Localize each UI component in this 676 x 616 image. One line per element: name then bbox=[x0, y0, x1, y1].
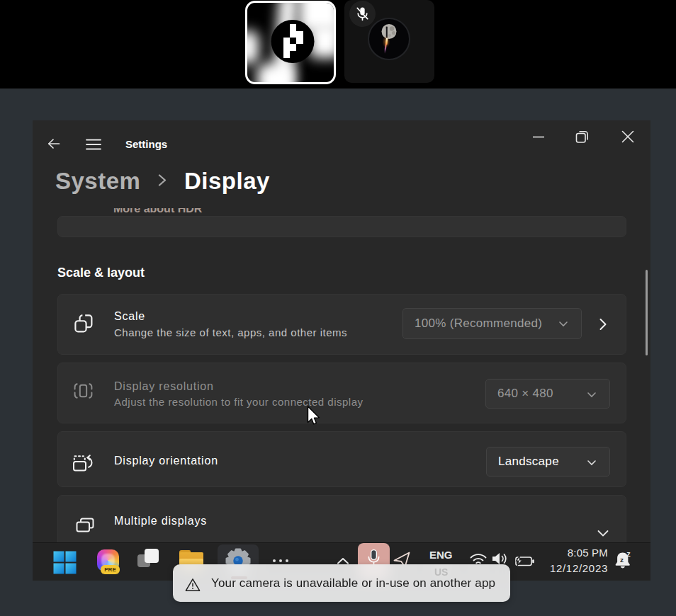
svg-text:z: z bbox=[620, 556, 624, 564]
svg-text:z: z bbox=[626, 550, 631, 558]
